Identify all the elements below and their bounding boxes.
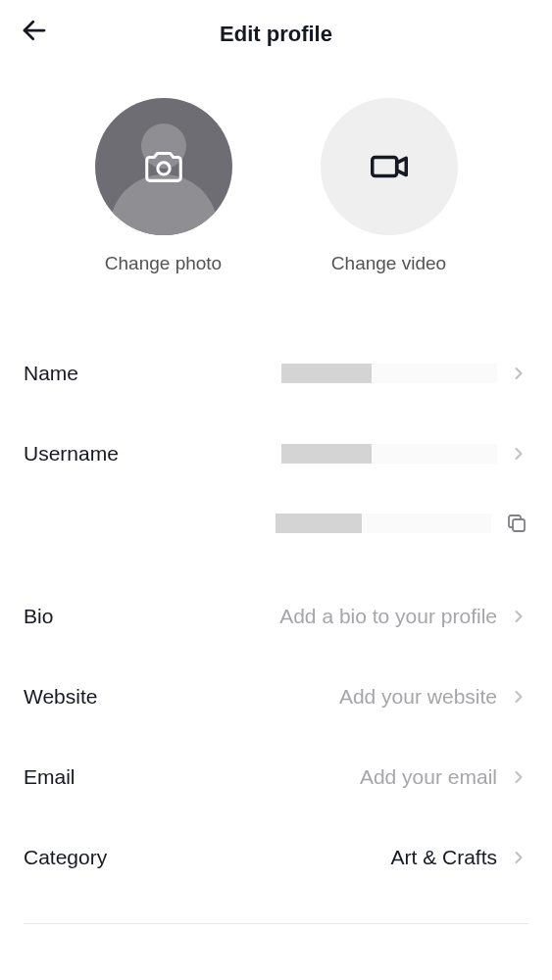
copy-icon[interactable] bbox=[505, 512, 528, 535]
chevron-right-icon bbox=[509, 607, 528, 626]
profile-url-row bbox=[24, 494, 528, 553]
form-list: Name Username Bio Add a bio to your prof… bbox=[0, 333, 552, 898]
category-row[interactable]: Category Art & Crafts bbox=[24, 817, 528, 898]
change-video-button[interactable]: Change video bbox=[321, 98, 458, 274]
category-value: Art & Crafts bbox=[107, 846, 497, 869]
name-row[interactable]: Name bbox=[24, 333, 528, 414]
name-label: Name bbox=[24, 362, 78, 385]
website-placeholder: Add your website bbox=[97, 685, 497, 709]
chevron-right-icon bbox=[509, 848, 528, 867]
bio-placeholder: Add a bio to your profile bbox=[53, 605, 497, 628]
email-placeholder: Add your email bbox=[75, 765, 497, 789]
change-photo-label: Change photo bbox=[105, 253, 222, 274]
svg-rect-4 bbox=[513, 519, 525, 531]
change-photo-button[interactable]: Change photo bbox=[95, 98, 232, 274]
username-value-redacted bbox=[281, 444, 497, 464]
name-value-redacted bbox=[281, 364, 497, 383]
bio-label: Bio bbox=[24, 605, 53, 628]
chevron-right-icon bbox=[509, 767, 528, 787]
header: Edit profile bbox=[0, 0, 552, 59]
svg-marker-3 bbox=[396, 158, 406, 174]
category-label: Category bbox=[24, 846, 107, 869]
video-icon bbox=[367, 144, 412, 189]
profile-url-redacted bbox=[276, 514, 491, 533]
back-button[interactable] bbox=[20, 16, 49, 49]
website-row[interactable]: Website Add your website bbox=[24, 657, 528, 737]
website-label: Website bbox=[24, 685, 97, 709]
username-label: Username bbox=[24, 442, 119, 466]
change-video-label: Change video bbox=[331, 253, 446, 274]
chevron-right-icon bbox=[509, 364, 528, 383]
email-label: Email bbox=[24, 765, 75, 789]
section-divider bbox=[24, 923, 528, 924]
svg-point-1 bbox=[157, 163, 169, 174]
camera-icon bbox=[141, 144, 186, 189]
page-title: Edit profile bbox=[20, 22, 532, 47]
chevron-right-icon bbox=[509, 444, 528, 464]
email-row[interactable]: Email Add your email bbox=[24, 737, 528, 817]
svg-rect-2 bbox=[372, 157, 396, 175]
chevron-right-icon bbox=[509, 687, 528, 707]
username-row[interactable]: Username bbox=[24, 414, 528, 494]
avatar-placeholder bbox=[95, 98, 232, 235]
arrow-left-icon bbox=[20, 16, 49, 45]
bio-row[interactable]: Bio Add a bio to your profile bbox=[24, 576, 528, 657]
media-row: Change photo Change video bbox=[0, 98, 552, 274]
video-placeholder bbox=[321, 98, 458, 235]
